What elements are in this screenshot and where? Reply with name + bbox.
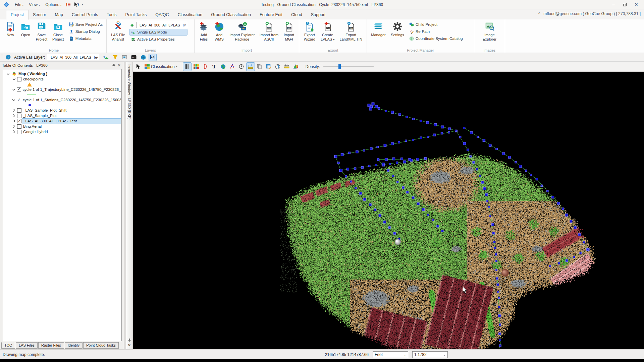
- point-colors-icon[interactable]: [192, 63, 200, 71]
- open-button[interactable]: Open: [18, 20, 33, 38]
- collapse-ribbon-icon[interactable]: ^: [538, 12, 540, 16]
- toolbar-grip[interactable]: [1, 54, 3, 60]
- profile-tool-icon[interactable]: [247, 63, 255, 71]
- close-icon[interactable]: ✕: [127, 343, 132, 348]
- chevron-down-icon[interactable]: [11, 89, 16, 90]
- extent-tool-icon[interactable]: [121, 54, 128, 61]
- tab-qaqc[interactable]: QA/QC: [151, 10, 173, 19]
- single-las-mode-button[interactable]: 1 Single LAS Mode: [129, 29, 187, 35]
- tab-feature-edit[interactable]: Feature Edit: [255, 10, 287, 19]
- chevron-right-icon[interactable]: [12, 120, 16, 122]
- save-project-as-button[interactable]: Save Project As: [68, 21, 104, 27]
- image-explorer-button[interactable]: Image Explorer: [479, 20, 500, 42]
- tree-row-stations[interactable]: cycle 1 of 1_Stations_C230226_145750_F23…: [3, 97, 121, 103]
- tab-tools[interactable]: Tools: [102, 10, 121, 19]
- layer-checkbox[interactable]: [17, 77, 21, 81]
- sphere-view-icon[interactable]: [140, 54, 147, 61]
- tab-classification[interactable]: Classification: [173, 10, 207, 19]
- tree-row-bing-aerial[interactable]: Bing Aerial: [3, 124, 121, 129]
- playback-clock-icon[interactable]: [237, 63, 246, 71]
- restore-button[interactable]: [619, 1, 631, 8]
- add-wms-button[interactable]: Add WMS: [212, 20, 226, 42]
- vertical-bars-view-icon[interactable]: [183, 63, 191, 71]
- tab-control-points[interactable]: Control Points: [67, 10, 103, 19]
- tab-map[interactable]: Map: [51, 10, 67, 19]
- tree-row-las-sample-plot[interactable]: _LAS_Sample_Plot: [3, 113, 121, 118]
- info-icon[interactable]: i: [5, 55, 11, 60]
- tree-row-trajectoryline[interactable]: cycle 1 of 1_TrajectoryLine_C230226_1457…: [3, 87, 121, 92]
- tab-ground-classification[interactable]: Ground Classification: [207, 10, 255, 19]
- map-scale-dropdown[interactable]: 1:1782 ⌄: [412, 351, 448, 358]
- save-project-button[interactable]: Save Project: [34, 20, 49, 42]
- tab-project[interactable]: Project: [6, 10, 29, 20]
- immersive-window-strip[interactable]: Immersive Window - LP360 (EXP) ✕: [126, 62, 133, 349]
- layer-checkbox[interactable]: [17, 108, 21, 113]
- manager-button[interactable]: Manager: [369, 20, 388, 38]
- trajectory-tool-icon[interactable]: [228, 63, 236, 71]
- measure-scale-icon[interactable]: [283, 63, 291, 71]
- tab-sensor[interactable]: Sensor: [29, 10, 51, 19]
- grid-edit-icon[interactable]: [265, 63, 273, 71]
- tab-toc[interactable]: TOC: [1, 342, 15, 349]
- globe-view-icon[interactable]: [219, 63, 227, 71]
- chevron-down-icon[interactable]: [6, 73, 10, 75]
- quick-access-dropdown-icon[interactable]: ▾: [82, 3, 83, 6]
- tab-raster-files[interactable]: Raster Files: [38, 342, 64, 349]
- stats-tool-icon[interactable]: me.: [130, 54, 138, 61]
- options-menu[interactable]: Options: [43, 1, 64, 8]
- ribbon-layer-dropdown[interactable]: _LAS_AI_300_All_LPLAS_Test ▾: [136, 22, 187, 28]
- metadata-button[interactable]: xml Metadata: [68, 36, 104, 42]
- tab-las-files[interactable]: LAS Files: [16, 342, 38, 349]
- new-button[interactable]: New: [3, 20, 18, 38]
- layer-checkbox[interactable]: [17, 130, 21, 134]
- tree-row-checkpoints[interactable]: checkpoints: [3, 76, 121, 82]
- account-info[interactable]: mflood@geocue.com ( GeoCue Group ) [ 270…: [543, 11, 641, 16]
- tree-row-map-working[interactable]: Map ( Working ): [3, 71, 121, 76]
- pin-icon[interactable]: [127, 337, 132, 343]
- minimize-button[interactable]: –: [608, 1, 619, 8]
- chevron-right-icon[interactable]: [12, 125, 16, 128]
- filter-icon[interactable]: [111, 54, 119, 61]
- density-slider-handle[interactable]: [338, 64, 341, 69]
- import-explorer-package-button[interactable]: Import Explorer Package: [227, 20, 257, 42]
- circled-document-icon[interactable]: [274, 63, 282, 71]
- tab-point-tasks[interactable]: Point Tasks: [121, 10, 151, 19]
- point-cloud-scene[interactable]: [133, 72, 644, 349]
- add-files-button[interactable]: Add Files: [196, 20, 211, 42]
- map-viewport[interactable]: [133, 72, 644, 349]
- close-project-button[interactable]: Close Project: [50, 20, 66, 42]
- active-las-properties-button[interactable]: Active LAS Properties: [129, 36, 187, 42]
- create-lplas-button[interactable]: LPLAS Create LPLAS ▾: [319, 20, 336, 42]
- copy-view-icon[interactable]: [256, 63, 264, 71]
- layer-checkbox[interactable]: [17, 98, 21, 102]
- layer-checkbox[interactable]: [17, 119, 21, 123]
- layer-checkbox[interactable]: [17, 87, 21, 92]
- re-path-button[interactable]: Re-Path: [408, 28, 464, 35]
- settings-button[interactable]: Settings: [389, 20, 406, 38]
- import-from-ascii-button[interactable]: ASCII Import from ASCII: [258, 20, 280, 42]
- context-help-icon[interactable]: ?: [73, 2, 80, 8]
- task-list-icon[interactable]: [65, 2, 72, 8]
- startup-dialog-button[interactable]: Startup Dialog: [68, 28, 104, 35]
- export-landxml-tin-button[interactable]: XML Export LandXML TIN: [337, 20, 365, 42]
- pin-icon[interactable]: [111, 63, 116, 68]
- tab-cloud[interactable]: Cloud: [287, 10, 307, 19]
- view-menu[interactable]: View: [26, 1, 43, 8]
- close-icon[interactable]: ✕: [116, 63, 122, 68]
- tree-row-las-ai-300[interactable]: _LAS_AI_300_All_LPLAS_Test: [3, 118, 121, 124]
- tin-surface-icon[interactable]: [292, 63, 300, 71]
- file-menu[interactable]: File: [12, 1, 26, 8]
- chevron-down-icon[interactable]: [11, 99, 16, 101]
- coordinate-system-catalog-button[interactable]: Coordinate System Catalog: [408, 36, 464, 42]
- tree-row-las-sample-plot-shift[interactable]: _LAS_Sample_Plot_Shift: [3, 108, 121, 113]
- export-wizard-button[interactable]: ? Export Wizard: [301, 20, 318, 42]
- single-layer-mode-icon[interactable]: 1: [102, 54, 109, 61]
- close-button[interactable]: ✕: [631, 1, 642, 8]
- active-las-layer-dropdown[interactable]: _LAS_AI_300_All_LPLAS_Test ▾: [47, 54, 100, 60]
- layer-checkbox[interactable]: [17, 114, 21, 118]
- tab-identify[interactable]: Identify: [65, 342, 83, 349]
- units-dropdown[interactable]: Feet ⌄: [373, 351, 408, 358]
- text-label-icon[interactable]: T: [210, 63, 218, 71]
- chevron-right-icon[interactable]: [12, 114, 16, 117]
- chevron-down-icon[interactable]: [12, 78, 16, 80]
